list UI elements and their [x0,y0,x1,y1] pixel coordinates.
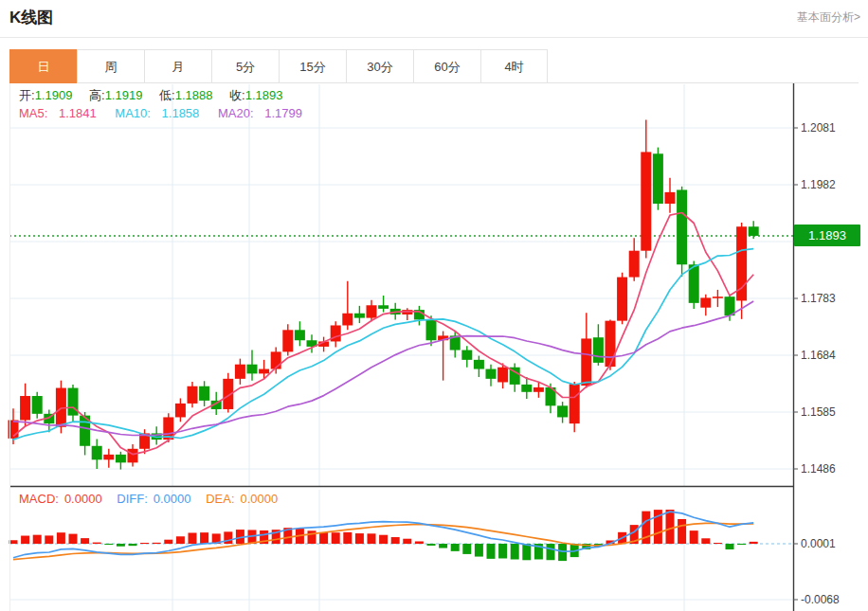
candle [629,238,640,280]
macd-axis-label: 0.0001 [801,537,836,550]
candle [641,120,651,259]
candle [92,439,102,469]
tab-4hour[interactable]: 4时 [480,49,548,83]
ma-legend-row: MA5: 1.1841 MA10: 1.1858 MA20: 1.1799 [19,106,317,120]
macd-bar [522,544,531,560]
interval-tab-bar: 日周月5分15分30分60分4时 [9,49,548,83]
candle [342,281,353,331]
ohlc-row: 开:1.1909 高:1.1919 低:1.1888 收:1.1893 [19,87,296,104]
macd-bar [462,544,471,554]
macd-bar [439,544,447,548]
macd-bar [415,541,424,544]
tab-15min[interactable]: 15分 [279,49,346,83]
ma5-label: MA5: 1.1841 [19,106,104,120]
candle [570,382,580,432]
macd-bar [487,544,496,559]
candle [402,308,412,320]
candle [414,306,425,326]
candle [677,187,687,277]
price-axis-label: 1.1783 [801,292,836,305]
macd-bar [21,536,29,544]
price-axis-label: 1.1684 [801,349,836,362]
macd-bar [57,532,65,544]
candle [700,295,711,315]
macd-label: MACD:0.0000 [19,492,108,506]
dea-label: DEA:0.0000 [206,492,283,506]
macd-bar [451,544,460,551]
macd-bar [355,533,364,544]
candle [128,444,138,467]
macd-bar [714,543,722,544]
macd-bar [129,544,137,546]
macd-bar [750,542,758,544]
macd-bar [547,544,555,560]
ma10-label: MA10: 1.1858 [115,106,207,120]
candle [736,223,747,319]
candle [617,273,627,325]
candle [593,324,604,366]
macd-bar [332,532,340,544]
page: { "header": { "title": "K线图", "link_labe… [0,0,868,611]
candle [271,348,281,374]
price-axis-label: 1.1585 [801,405,836,419]
ma10-line [13,249,753,440]
candle [175,398,186,422]
candle [247,350,258,381]
macd-bar [164,540,172,544]
candle [665,178,676,213]
candle [295,321,305,346]
low-value: 1.1888 [175,88,213,102]
macd-bar [176,536,185,544]
macd-bar [737,544,746,545]
candle [80,412,90,455]
macd-axis-label: -0.0068 [801,593,840,606]
macd-bar [343,532,352,544]
macd-bar [726,544,734,549]
macd-bar [140,543,149,544]
candle [68,385,79,422]
candle [581,313,591,387]
open-label: 开: [19,88,35,102]
macd-bar [403,539,411,544]
open-value: 1.1909 [35,88,73,102]
candles-layer [9,120,759,470]
macd-bar [511,544,519,560]
candle [450,332,461,357]
macd-bar [81,538,89,544]
candle [116,452,126,470]
macd-bar [45,535,53,544]
macd-bar [379,535,388,544]
candle [510,363,520,391]
candle [282,324,293,355]
current-price-tag: 1.1893 [794,225,860,246]
macd-bar [319,532,328,544]
grid-layer [9,84,793,611]
price-axis-label: 1.2081 [801,121,836,135]
candle [199,381,209,406]
tab-5min[interactable]: 5分 [211,49,279,83]
diff-label: DIFF:0.0000 [117,492,196,506]
candle [557,402,568,422]
macd-bar [104,544,113,545]
candle [474,356,484,377]
candle [461,346,472,367]
macd-bar [678,519,686,544]
candle [32,392,43,419]
candle [163,413,173,442]
macd-bar [224,531,232,544]
macd-bar [391,537,400,544]
candle [307,334,317,352]
macd-bar [498,544,507,558]
tab-month[interactable]: 月 [144,49,211,83]
candle [20,384,30,427]
macd-bar [93,543,101,544]
price-axis-label: 1.1982 [801,178,836,191]
low-label: 低: [159,88,175,102]
tab-day[interactable]: 日 [9,49,77,83]
macd-bar [117,544,125,547]
tab-60min[interactable]: 60分 [413,49,480,83]
tab-week[interactable]: 周 [77,49,144,83]
tab-30min[interactable]: 30分 [346,49,413,83]
candle [486,365,497,386]
candle [188,382,198,407]
